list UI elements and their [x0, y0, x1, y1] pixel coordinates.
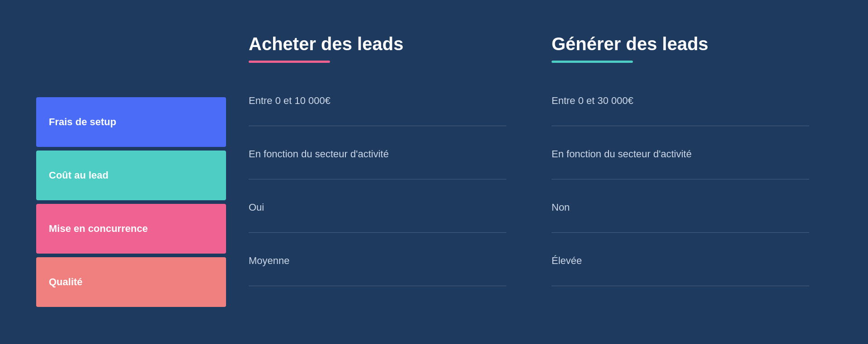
label-mise-text: Mise en concurrence [49, 223, 148, 235]
comparison-table: Frais de setup Coût au lead Mise en conc… [36, 34, 832, 311]
label-frais-text: Frais de setup [49, 116, 116, 128]
acheter-column: Acheter des leads Entre 0 et 10 000€ En … [226, 34, 529, 311]
acheter-row-cout: En fonction du secteur d'activité [249, 130, 506, 179]
acheter-row-mise: Oui [249, 183, 506, 233]
acheter-underline [249, 61, 330, 63]
generer-underline [552, 61, 633, 63]
generer-title: Générer des leads [552, 34, 809, 54]
acheter-qualite-value: Moyenne [249, 255, 290, 267]
generer-header: Générer des leads [552, 34, 809, 63]
acheter-title: Acheter des leads [249, 34, 506, 54]
generer-qualite-value: Élevée [552, 255, 582, 267]
acheter-header: Acheter des leads [249, 34, 506, 63]
generer-row-frais: Entre 0 et 30 000€ [552, 76, 809, 126]
acheter-cout-value: En fonction du secteur d'activité [249, 148, 389, 160]
generer-row-cout: En fonction du secteur d'activité [552, 130, 809, 179]
generer-cout-value: En fonction du secteur d'activité [552, 148, 692, 160]
label-cout: Coût au lead [36, 151, 226, 200]
label-qualite: Qualité [36, 257, 226, 307]
generer-frais-value: Entre 0 et 30 000€ [552, 95, 633, 107]
generer-mise-value: Non [552, 202, 570, 213]
acheter-rows: Entre 0 et 10 000€ En fonction du secteu… [249, 76, 506, 290]
label-mise: Mise en concurrence [36, 204, 226, 254]
acheter-mise-value: Oui [249, 202, 264, 213]
generer-row-mise: Non [552, 183, 809, 233]
acheter-frais-value: Entre 0 et 10 000€ [249, 95, 330, 107]
acheter-row-qualite: Moyenne [249, 236, 506, 286]
label-cout-text: Coût au lead [49, 170, 108, 181]
generer-rows: Entre 0 et 30 000€ En fonction du secteu… [552, 76, 809, 290]
generer-row-qualite: Élevée [552, 236, 809, 286]
main-container: Frais de setup Coût au lead Mise en conc… [0, 0, 868, 344]
label-frais: Frais de setup [36, 97, 226, 147]
label-qualite-text: Qualité [49, 276, 83, 288]
labels-column: Frais de setup Coût au lead Mise en conc… [36, 34, 226, 311]
acheter-row-frais: Entre 0 et 10 000€ [249, 76, 506, 126]
generer-column: Générer des leads Entre 0 et 30 000€ En … [529, 34, 832, 311]
